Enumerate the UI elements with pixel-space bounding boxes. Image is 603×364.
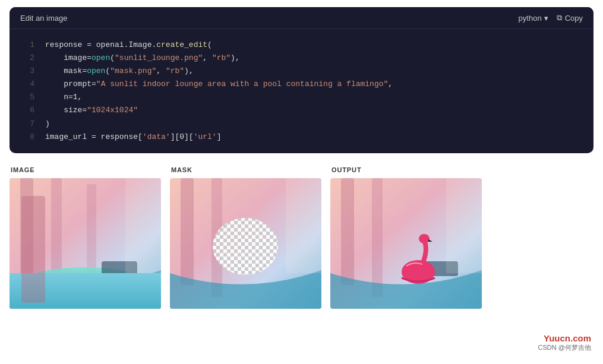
code-text: mask=open("mask.png", "rb"), bbox=[45, 65, 194, 78]
output-placeholder bbox=[330, 178, 482, 309]
language-selector[interactable]: python ▾ bbox=[519, 14, 548, 23]
code-text: response = openai.Image.create_edit( bbox=[45, 39, 212, 52]
image-col: IMAGE bbox=[10, 166, 170, 309]
code-line-4: 4 prompt="A sunlit indoor lounge area wi… bbox=[10, 78, 593, 91]
code-line-8: 8 image_url = response['data'][0]['url'] bbox=[10, 131, 593, 144]
code-line-1: 1 response = openai.Image.create_edit( bbox=[10, 39, 593, 52]
code-text: n=1, bbox=[45, 91, 82, 104]
copy-button[interactable]: ⧉ Copy bbox=[557, 13, 583, 23]
watermark-sub: CSDN @何梦吉他 bbox=[538, 343, 591, 352]
svg-point-4 bbox=[14, 267, 156, 309]
code-header: Edit an image python ▾ ⧉ Copy bbox=[10, 7, 593, 29]
svg-point-16 bbox=[213, 218, 278, 275]
mask-label: MASK bbox=[170, 166, 330, 173]
images-section: IMAGE bbox=[0, 160, 603, 309]
lounge-image-svg bbox=[10, 178, 161, 309]
code-text: ) bbox=[45, 118, 50, 131]
code-text: size="1024x1024" bbox=[45, 104, 138, 117]
watermark: Yuucn.com CSDN @何梦吉他 bbox=[538, 333, 591, 352]
image-label: IMAGE bbox=[10, 166, 170, 173]
language-label: python bbox=[519, 14, 542, 23]
svg-rect-21 bbox=[446, 178, 482, 273]
svg-point-23 bbox=[419, 234, 430, 243]
line-number: 7 bbox=[20, 118, 34, 131]
code-line-3: 3 mask=open("mask.png", "rb"), bbox=[10, 65, 593, 78]
output-image-svg bbox=[330, 178, 482, 309]
line-number: 6 bbox=[20, 104, 34, 117]
line-number: 5 bbox=[20, 91, 34, 104]
chevron-down-icon: ▾ bbox=[544, 14, 548, 23]
svg-rect-19 bbox=[372, 178, 383, 297]
code-actions: python ▾ ⧉ Copy bbox=[519, 13, 583, 23]
code-body: 1 response = openai.Image.create_edit( 2… bbox=[10, 29, 593, 153]
code-line-7: 7 ) bbox=[10, 118, 593, 131]
line-number: 3 bbox=[20, 65, 34, 78]
copy-icon: ⧉ bbox=[557, 13, 562, 23]
line-number: 1 bbox=[20, 39, 34, 52]
code-text: image=open("sunlit_lounge.png", "rb"), bbox=[45, 52, 240, 65]
watermark-brand: Yuucn.com bbox=[538, 333, 591, 343]
svg-rect-1 bbox=[20, 178, 33, 285]
output-col: OUTPUT bbox=[330, 166, 491, 309]
line-number: 2 bbox=[20, 52, 34, 65]
code-line-2: 2 image=open("sunlit_lounge.png", "rb"), bbox=[10, 52, 593, 65]
output-label: OUTPUT bbox=[330, 166, 491, 173]
svg-rect-6 bbox=[125, 178, 161, 273]
code-line-5: 5 n=1, bbox=[10, 91, 593, 104]
svg-rect-18 bbox=[341, 178, 354, 285]
mask-placeholder bbox=[170, 178, 321, 309]
code-title: Edit an image bbox=[20, 14, 68, 23]
image-placeholder bbox=[10, 178, 161, 309]
code-line-6: 6 size="1024x1024" bbox=[10, 104, 593, 117]
mask-image-svg bbox=[170, 178, 321, 309]
mask-col: MASK bbox=[170, 166, 330, 309]
line-number: 8 bbox=[20, 131, 34, 144]
svg-rect-13 bbox=[181, 178, 194, 285]
code-container: Edit an image python ▾ ⧉ Copy 1 response… bbox=[10, 7, 593, 153]
svg-rect-3 bbox=[87, 184, 96, 291]
svg-rect-2 bbox=[51, 178, 62, 297]
code-text: prompt="A sunlit indoor lounge area with… bbox=[45, 78, 393, 91]
code-text: image_url = response['data'][0]['url'] bbox=[45, 131, 221, 144]
copy-label: Copy bbox=[565, 14, 583, 23]
images-row: IMAGE bbox=[10, 166, 593, 309]
svg-rect-15 bbox=[286, 178, 321, 273]
line-number: 4 bbox=[20, 78, 34, 91]
